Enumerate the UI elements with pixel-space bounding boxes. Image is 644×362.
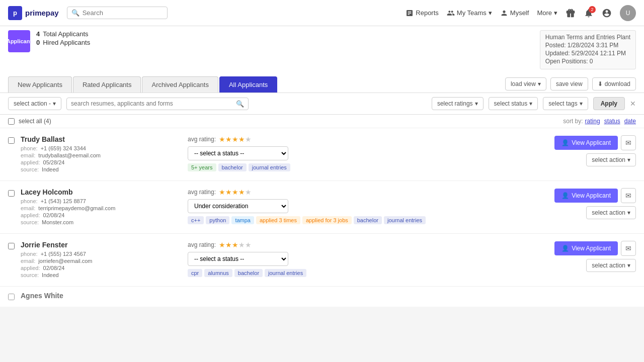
applicant-checkbox-2[interactable] [8,190,15,197]
sort-by-status[interactable]: status [604,118,620,125]
actions-row-2: 👤 View Applicant ✉ [554,188,636,203]
tab-archived[interactable]: Archived Applicants [142,76,218,93]
job-meta: Human Terms and Entries Plant Posted: 1/… [540,30,636,69]
nav-reports[interactable]: Reports [406,9,439,17]
applicant-icon-text: Applicant [7,38,32,44]
view-icon: 👤 [561,245,569,252]
applicant-row-partial: Agnes White [0,287,644,307]
applicant-name-1: Trudy Ballast [21,135,182,143]
star-filled: ★ [219,241,225,249]
email-button-3[interactable]: ✉ [621,241,636,256]
select-status-button[interactable]: select status ▾ [489,97,538,110]
nav-myself[interactable]: Myself [500,9,529,17]
tag: bachelor [234,269,263,277]
hired-count: 0 [36,39,40,46]
star-filled: ★ [232,241,238,249]
applicant-search-input[interactable] [71,100,236,107]
applicant-phone-3: phone:+1 (555) 123 4567 [21,251,182,257]
action-dropdown-chevron: ▾ [627,156,630,163]
applicant-row-1: Trudy Ballast phone:+1 (659) 324 3344 em… [0,128,644,181]
select-status-label: select status [494,100,528,107]
select-action-button[interactable]: select action - ▾ [8,97,61,110]
status-select-2[interactable]: -- select a status --Under consideration… [188,199,288,213]
select-ratings-button[interactable]: select ratings ▾ [432,97,484,110]
view-applicant-button-2[interactable]: 👤 View Applicant [554,189,618,203]
tag: journal entries [265,269,306,277]
apply-button[interactable]: Apply [593,97,625,110]
action-dropdown-2[interactable]: select action ▾ [586,206,636,219]
stat-total: 4 Total Applicants [36,30,90,38]
myself-label: Myself [510,9,529,17]
action-dropdown-1[interactable]: select action ▾ [586,153,636,166]
user-icon-group[interactable] [602,8,612,18]
email-button-1[interactable]: ✉ [621,135,636,150]
email-button-2[interactable]: ✉ [621,188,636,203]
applicant-source-3: source:Indeed [21,272,182,278]
total-count: 4 [36,30,40,38]
star-filled: ★ [238,135,245,143]
tag: journal entries [249,163,290,171]
star-empty: ★ [238,241,245,249]
save-view-label: save view [556,80,583,87]
applicant-phone-1: phone:+1 (659) 324 3344 [21,145,182,151]
status-select-3[interactable]: -- select a status --Under consideration… [188,252,288,266]
star-filled: ★ [232,188,238,196]
gift-icon-group[interactable] [566,8,576,18]
view-applicant-button-3[interactable]: 👤 View Applicant [554,241,618,255]
tab-new[interactable]: New Applicants [8,76,72,93]
page-header: Applicant 4 Total Applicants 0 Hired App… [0,26,644,93]
my-teams-label: My Teams [457,9,487,17]
job-positions: Open Positions: 0 [545,58,630,65]
applicant-info-3: Jorrie Fenster phone:+1 (555) 123 4567 e… [21,241,182,279]
star-filled: ★ [232,135,238,143]
download-button[interactable]: ⬇ download [592,77,636,90]
tag: c++ [188,216,204,224]
actions-section-1: 👤 View Applicant ✉ select action ▾ [554,135,636,166]
stats: 4 Total Applicants 0 Hired Applicants [36,30,90,46]
star-filled: ★ [225,241,232,249]
gift-icon [566,8,576,18]
star-filled: ★ [225,135,232,143]
action-dropdown-3[interactable]: select action ▾ [586,259,636,272]
applicant-checkbox-3[interactable] [8,243,15,249]
applicant-checkbox-1[interactable] [8,137,15,144]
tab-all[interactable]: All Applicants [219,76,277,93]
nav-my-teams[interactable]: My Teams ▾ [447,9,492,17]
avatar[interactable]: U [620,5,636,21]
star-empty: ★ [245,241,252,249]
search-input[interactable] [83,9,153,17]
notification-icon-group[interactable]: 2 [584,8,594,18]
star-filled: ★ [225,188,232,196]
tag: alumnus [204,269,232,277]
clear-filters-button[interactable]: ✕ [630,100,636,108]
save-view-button[interactable]: save view [550,77,588,90]
page-header-top: Applicant 4 Total Applicants 0 Hired App… [8,30,636,72]
load-view-label: load view [511,80,536,87]
actions-row-1: 👤 View Applicant ✉ [554,135,636,150]
logo[interactable]: p primepay [8,6,59,20]
view-applicant-button-1[interactable]: 👤 View Applicant [554,136,618,150]
tab-rated[interactable]: Rated Applicants [73,76,141,93]
hired-label: Hired Applicants [43,39,90,46]
applicant-checkbox-4[interactable] [8,294,15,300]
my-teams-chevron: ▾ [489,9,492,17]
user-circle-icon [602,8,612,18]
stars-1: ★★★★★ [219,135,252,143]
page-content: Applicant 4 Total Applicants 0 Hired App… [0,26,644,307]
tag: bachelor [218,163,247,171]
sort-bar: sort by: rating status date [563,118,636,125]
status-select-1[interactable]: -- select a status --Under consideration… [188,146,288,160]
applicant-info-4: Agnes White [21,292,182,302]
applicant-search-icon: 🔍 [236,100,244,108]
load-view-button[interactable]: load view ▾ [505,77,546,90]
select-tags-button[interactable]: select tags ▾ [543,97,588,110]
job-posted: Posted: 1/28/2024 3:31 PM [545,42,630,49]
applicant-source-1: source:Indeed [21,166,182,172]
sort-by-date[interactable]: date [624,118,636,125]
select-all-checkbox[interactable] [8,118,15,125]
nav-more[interactable]: More ▾ [537,9,557,17]
star-filled: ★ [219,135,225,143]
sort-by-rating[interactable]: rating [585,118,600,125]
tags-3: cpralumnusbachelorjournal entries [188,269,548,277]
tag: cpr [188,269,202,277]
